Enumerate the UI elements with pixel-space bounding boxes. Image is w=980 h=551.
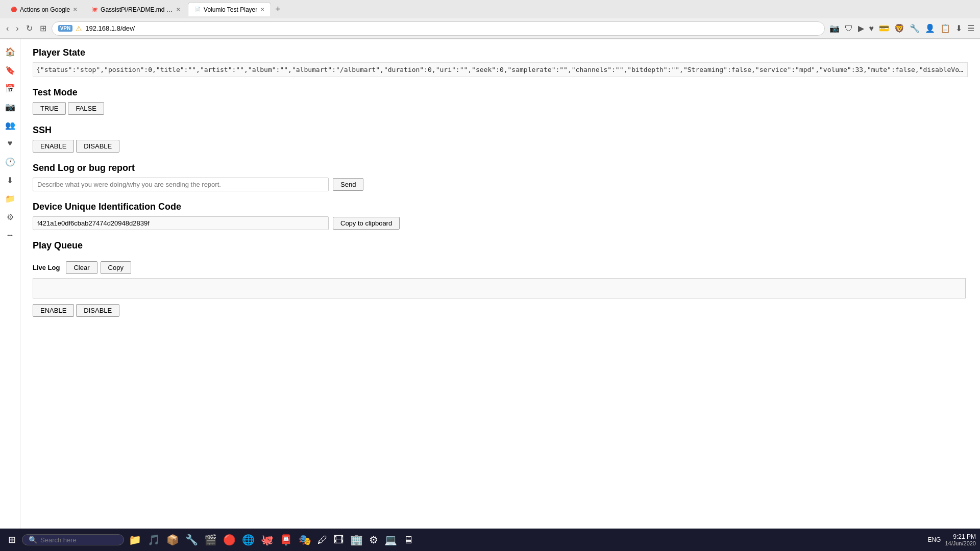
- vpn-badge: VPN: [58, 25, 73, 32]
- tab-bar: 🔴 Actions on Google ✕ 🐙 GassistPi/README…: [0, 0, 980, 18]
- device-id-row: Copy to clipboard: [33, 216, 968, 230]
- taskbar-app-music[interactable]: 🎵: [145, 532, 163, 547]
- true-button[interactable]: TRUE: [33, 102, 66, 115]
- sidebar-item-bookmark[interactable]: 🔖: [2, 62, 18, 78]
- send-log-row: Send: [33, 178, 968, 191]
- extension1-btn[interactable]: 🔧: [908, 22, 921, 35]
- extension2-btn[interactable]: 👤: [923, 22, 937, 35]
- new-tab-button[interactable]: +: [272, 4, 284, 15]
- tab-close-2[interactable]: ✕: [176, 7, 180, 12]
- taskbar-apps: 📁 🎵 📦 🔧 🎬 🔴 🌐 🐙 📮 🎭 🖊 🎞 🏢 ⚙ 💻 🖥: [126, 532, 416, 547]
- taskbar-app-office[interactable]: 🏢: [348, 532, 365, 547]
- sidebar-item-heart[interactable]: ♥: [2, 135, 18, 152]
- clear-button[interactable]: Clear: [66, 261, 97, 274]
- sidebar-item-instagram[interactable]: 📷: [2, 98, 18, 115]
- taskbar-app-ae[interactable]: ⚙: [366, 532, 381, 547]
- test-mode-section: Test Mode TRUE FALSE: [33, 87, 968, 115]
- send-log-section: Send Log or bug report Send: [33, 163, 968, 191]
- live-log-textarea[interactable]: [33, 278, 966, 298]
- test-mode-buttons: TRUE FALSE: [33, 102, 968, 115]
- device-id-input[interactable]: [33, 216, 329, 230]
- sidebar-item-more[interactable]: •••: [2, 227, 18, 243]
- taskbar-date-value: 14/Jun/2020: [945, 540, 976, 546]
- device-id-title: Device Unique Identification Code: [33, 202, 968, 212]
- taskbar-search-input[interactable]: [40, 536, 112, 544]
- log-disable-button[interactable]: DISABLE: [76, 304, 119, 317]
- ssh-disable-button[interactable]: DISABLE: [76, 140, 119, 153]
- sidebar-item-home[interactable]: 🏠: [2, 43, 18, 60]
- live-log-title: Live Log: [33, 264, 60, 271]
- tab-close-3[interactable]: ✕: [260, 7, 264, 12]
- sidebar-item-folder[interactable]: 📁: [2, 190, 18, 207]
- heart-icon-btn[interactable]: ♥: [868, 22, 876, 35]
- taskbar-app-cube[interactable]: 📦: [164, 532, 182, 547]
- taskbar-datetime: 9:21 PM 14/Jun/2020: [945, 533, 976, 546]
- start-button[interactable]: ⊞: [4, 532, 20, 547]
- taskbar-app-chrome[interactable]: 🌐: [239, 532, 257, 547]
- browser-chrome: 🔴 Actions on Google ✕ 🐙 GassistPi/README…: [0, 0, 980, 39]
- menu-icon-btn[interactable]: ☰: [966, 22, 976, 35]
- back-button[interactable]: ‹: [4, 22, 11, 35]
- taskbar-app-github[interactable]: 🐙: [258, 532, 276, 547]
- sidebar-item-users[interactable]: 👥: [2, 117, 18, 133]
- taskbar-app-red[interactable]: 🔴: [220, 532, 238, 547]
- tab-volumio[interactable]: 📄 Volumio Test Player ✕: [188, 2, 271, 16]
- download-icon-btn[interactable]: ⬇: [954, 22, 964, 35]
- taskbar-app-theater[interactable]: 🎭: [296, 532, 314, 547]
- shield-icon-btn[interactable]: 🛡: [843, 22, 854, 35]
- taskbar-app-explorer[interactable]: 📁: [126, 532, 144, 547]
- send-log-input[interactable]: [33, 178, 329, 191]
- device-id-section: Device Unique Identification Code Copy t…: [33, 202, 968, 230]
- sidebar-item-settings[interactable]: ⚙: [2, 209, 18, 225]
- address-bar[interactable]: VPN ⚠ 192.168.1.8/dev/: [52, 21, 825, 36]
- sidebar-item-clock[interactable]: 🕐: [2, 154, 18, 170]
- app-layout: 🏠 🔖 📅 📷 👥 ♥ 🕐 ⬇ 📁 ⚙ ••• Player State {"s…: [0, 39, 980, 551]
- refresh-button[interactable]: ↻: [24, 21, 35, 35]
- taskbar-app-vs[interactable]: 💻: [382, 532, 400, 547]
- test-mode-title: Test Mode: [33, 87, 968, 98]
- copy-button[interactable]: Copy: [101, 261, 131, 274]
- grid-button[interactable]: ⊞: [38, 21, 48, 35]
- taskbar-app-pen[interactable]: 🖊: [315, 533, 330, 547]
- taskbar-tray: ENG 9:21 PM 14/Jun/2020: [927, 533, 976, 546]
- sidebar-item-download[interactable]: ⬇: [2, 172, 18, 188]
- tab-favicon-1: 🔴: [11, 7, 17, 12]
- player-state-json: {"status":"stop","position":0,"title":""…: [33, 62, 968, 77]
- taskbar-app-vm[interactable]: 🖥: [401, 533, 416, 547]
- tab-favicon-3: 📄: [194, 7, 201, 12]
- warning-icon: ⚠: [76, 24, 82, 33]
- live-log-buttons: ENABLE DISABLE: [33, 304, 968, 317]
- taskbar-app-mail[interactable]: 📮: [277, 532, 295, 547]
- play-queue-title: Play Queue: [33, 240, 968, 251]
- ssh-buttons: ENABLE DISABLE: [33, 140, 968, 153]
- extension3-btn[interactable]: 📋: [939, 22, 952, 35]
- ssh-section: SSH ENABLE DISABLE: [33, 125, 968, 153]
- nav-icons: 📷 🛡 ▶ ♥ 💳 🦁 🔧 👤 📋 ⬇ ☰: [828, 22, 976, 35]
- player-state-title: Player State: [33, 47, 968, 58]
- taskbar-app-video[interactable]: 🎬: [202, 532, 219, 547]
- main-content: Player State {"status":"stop","position"…: [20, 39, 980, 551]
- false-button[interactable]: FALSE: [68, 102, 104, 115]
- taskbar-time-value: 9:21 PM: [945, 533, 976, 540]
- taskbar-app-premiere[interactable]: 🎞: [331, 533, 347, 547]
- player-state-section: Player State {"status":"stop","position"…: [33, 47, 968, 77]
- sidebar-item-history[interactable]: 📅: [2, 80, 18, 96]
- tab-actions-google[interactable]: 🔴 Actions on Google ✕: [4, 2, 84, 16]
- taskbar-app-tool[interactable]: 🔧: [183, 532, 201, 547]
- send-button[interactable]: Send: [333, 178, 363, 191]
- tab-close-1[interactable]: ✕: [73, 7, 77, 12]
- send-log-title: Send Log or bug report: [33, 163, 968, 173]
- play-icon-btn[interactable]: ▶: [856, 22, 866, 35]
- wallet-icon-btn[interactable]: 💳: [877, 22, 891, 35]
- camera-icon-btn[interactable]: 📷: [828, 22, 841, 35]
- copy-to-clipboard-button[interactable]: Copy to clipboard: [333, 217, 400, 230]
- tab-label-1: Actions on Google: [20, 6, 70, 13]
- search-icon: 🔍: [29, 536, 37, 544]
- forward-button[interactable]: ›: [14, 22, 20, 35]
- taskbar-lang: ENG: [927, 536, 941, 543]
- brave-icon-btn[interactable]: 🦁: [893, 22, 906, 35]
- tab-gassistpi[interactable]: 🐙 GassistPi/README.md at V... ✕: [85, 2, 187, 16]
- ssh-enable-button[interactable]: ENABLE: [33, 140, 74, 153]
- log-enable-button[interactable]: ENABLE: [33, 304, 74, 317]
- taskbar-search-box[interactable]: 🔍: [22, 534, 124, 545]
